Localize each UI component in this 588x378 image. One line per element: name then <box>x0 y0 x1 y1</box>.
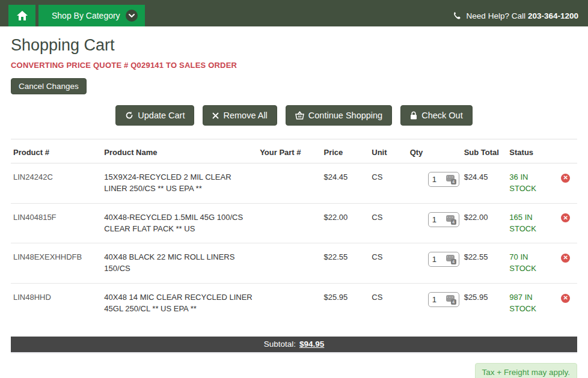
calculator-icon[interactable]: ···4 <box>446 174 456 184</box>
table-row: LIN404815F 40X48-RECYCLED 1.5MIL 45G 100… <box>11 203 577 243</box>
remove-all-label: Remove All <box>223 111 267 120</box>
quantity-input[interactable] <box>432 255 443 264</box>
product-number: LIN48EXEXHHDFB <box>11 243 102 284</box>
shop-by-category-label: Shop By Category <box>52 11 120 20</box>
product-name: 40X48 BLACK 22 MIC ROLL LINERS 150/CS <box>102 243 257 284</box>
product-number: LIN24242C <box>11 163 102 204</box>
status-badge: 165 IN STOCK <box>507 203 559 243</box>
product-number: LIN404815F <box>11 203 102 243</box>
cart-table: Product # Product Name Your Part # Price… <box>11 139 577 323</box>
your-part-number <box>257 203 321 243</box>
cart-toolbar: Update Cart Remove All Continue Shopping… <box>11 105 577 126</box>
sub-total: $24.45 <box>462 163 507 204</box>
status-badge: 36 IN STOCK <box>507 163 559 204</box>
price: $25.95 <box>321 284 369 323</box>
product-number: LIN48HHD <box>11 284 102 323</box>
calculator-icon[interactable]: ···4 <box>446 254 456 264</box>
sub-total: $22.00 <box>462 203 507 243</box>
subtotal-bar: Subtotal: $94.95 <box>11 337 577 353</box>
tax-freight-note: Tax + Freight may apply. <box>475 363 577 378</box>
status-badge: 70 IN STOCK <box>507 243 559 284</box>
product-name: 40X48 14 MIC CLEAR RECYCLED LINER 45GL 2… <box>102 284 257 323</box>
quantity-input[interactable] <box>432 215 443 224</box>
quantity-input[interactable] <box>432 295 443 304</box>
quantity-stepper: ···4 <box>428 212 459 227</box>
product-name: 15X9X24-RECYCLED 2 MIL CLEAR LINER 250/C… <box>102 163 257 204</box>
check-out-label: Check Out <box>421 111 463 120</box>
col-qty: Qty <box>408 139 451 163</box>
need-help-text: Need Help? Call <box>467 11 525 20</box>
col-unit: Unit <box>369 139 407 163</box>
table-row: LIN24242C 15X9X24-RECYCLED 2 MIL CLEAR L… <box>11 163 577 204</box>
quantity-input[interactable] <box>432 175 443 184</box>
quote-conversion-notice: CONVERTING PRICE QUOTE # Q029141 TO SALE… <box>11 61 577 70</box>
cancel-changes-button[interactable]: Cancel Changes <box>11 78 87 94</box>
help-phone-number: 203-364-1200 <box>528 11 578 20</box>
price: $24.45 <box>321 163 369 204</box>
sub-total: $22.55 <box>462 243 507 284</box>
lock-icon <box>410 111 417 120</box>
page-title: Shopping Cart <box>11 36 577 55</box>
home-icon <box>17 11 28 20</box>
update-cart-label: Update Cart <box>138 111 185 120</box>
continue-shopping-button[interactable]: Continue Shopping <box>286 105 392 126</box>
subtotal-label: Subtotal: <box>264 340 296 349</box>
calculator-icon[interactable]: ···4 <box>446 294 456 305</box>
sub-total: $25.95 <box>462 284 507 323</box>
subtotal-value-link[interactable]: $94.95 <box>299 340 324 349</box>
quantity-stepper: ···4 <box>428 292 459 307</box>
remove-item-icon[interactable]: ✕ <box>561 174 570 183</box>
col-sub-total: Sub Total <box>462 139 507 163</box>
update-cart-button[interactable]: Update Cart <box>115 105 194 126</box>
status-badge: 987 IN STOCK <box>507 284 559 323</box>
your-part-number <box>257 243 321 284</box>
col-your-part: Your Part # <box>257 139 321 163</box>
remove-item-icon[interactable]: ✕ <box>561 213 570 222</box>
unit: CS <box>369 203 407 243</box>
quantity-stepper: ···4 <box>428 252 459 267</box>
refresh-icon <box>125 111 133 120</box>
price: $22.55 <box>321 243 369 284</box>
col-price: Price <box>321 139 369 163</box>
table-header-row: Product # Product Name Your Part # Price… <box>11 139 577 163</box>
phone-icon <box>453 11 467 20</box>
quantity-stepper: ···4 <box>428 172 459 187</box>
col-product-name: Product Name <box>102 139 257 163</box>
check-out-button[interactable]: Check Out <box>400 105 473 126</box>
remove-all-button[interactable]: Remove All <box>203 105 277 126</box>
unit: CS <box>369 163 407 204</box>
your-part-number <box>257 284 321 323</box>
basket-icon <box>295 111 304 120</box>
col-status: Status <box>507 139 559 163</box>
table-row: LIN48EXEXHHDFB 40X48 BLACK 22 MIC ROLL L… <box>11 243 577 284</box>
your-part-number <box>257 163 321 204</box>
table-row: LIN48HHD 40X48 14 MIC CLEAR RECYCLED LIN… <box>11 284 577 323</box>
shop-by-category-button[interactable]: Shop By Category <box>38 5 145 26</box>
need-help-area: Need Help? Call 203-364-1200 <box>453 5 588 26</box>
remove-item-icon[interactable]: ✕ <box>561 254 570 263</box>
unit: CS <box>369 284 407 323</box>
price: $22.00 <box>321 203 369 243</box>
product-name: 40X48-RECYCLED 1.5MIL 45G 100/CS CLEAR F… <box>102 203 257 243</box>
continue-shopping-label: Continue Shopping <box>308 111 382 120</box>
unit: CS <box>369 243 407 284</box>
top-nav: Shop By Category Need Help? Call 203-364… <box>0 0 588 26</box>
calculator-icon[interactable]: ···4 <box>446 215 456 225</box>
col-product-no: Product # <box>11 139 102 163</box>
home-button[interactable] <box>8 5 35 26</box>
x-icon <box>212 112 219 119</box>
chevron-down-icon <box>126 10 138 22</box>
remove-item-icon[interactable]: ✕ <box>561 294 570 303</box>
